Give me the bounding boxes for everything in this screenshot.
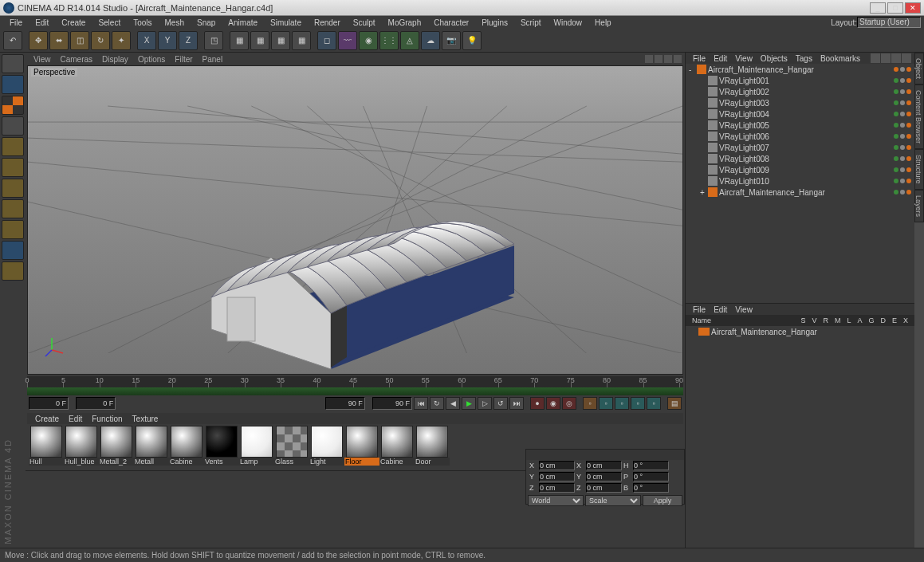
attrmenu-edit[interactable]: Edit (710, 305, 731, 314)
next-frame-button[interactable]: ▷ (478, 397, 492, 410)
viewmenu-display[interactable]: Display (97, 55, 133, 64)
material-light[interactable]: Light (309, 426, 344, 467)
visibility-dot-icon[interactable] (894, 145, 898, 150)
objmenu-view[interactable]: View (731, 54, 757, 63)
view-icon[interactable] (902, 53, 911, 63)
visibility-dot-icon[interactable] (894, 123, 898, 128)
eye-icon[interactable] (891, 53, 901, 63)
attrmenu-file[interactable]: File (689, 305, 710, 314)
visibility-dot-icon[interactable] (894, 156, 898, 161)
make-editable-button[interactable] (2, 54, 24, 73)
coord-system-button[interactable]: ◳ (204, 31, 223, 50)
object-row[interactable]: VRayLight002 (686, 86, 914, 97)
home-icon[interactable] (881, 53, 891, 63)
coord-pos-field[interactable] (539, 483, 575, 493)
object-row[interactable]: VRayLight003 (686, 97, 914, 108)
spline-button[interactable]: 〰 (338, 31, 357, 50)
render-dot-icon[interactable] (900, 167, 905, 172)
menu-snap[interactable]: Snap (191, 18, 222, 27)
coord-space-select[interactable]: World (528, 495, 584, 506)
material-metall[interactable]: Metall (134, 426, 169, 467)
tag-dot-icon[interactable] (906, 112, 911, 116)
menu-select[interactable]: Select (92, 18, 127, 27)
render-dot-icon[interactable] (900, 67, 905, 72)
material-lamp[interactable]: Lamp (239, 426, 274, 467)
prev-key-button[interactable]: ↻ (430, 397, 444, 410)
object-row[interactable]: -Aircraft_Maintenance_Hangar (686, 64, 914, 75)
keyframe-sel-button[interactable]: ◎ (562, 397, 576, 410)
object-row[interactable]: VRayLight009 (686, 164, 914, 175)
pos-key-button[interactable]: ▫ (583, 397, 597, 410)
matmenu-edit[interactable]: Edit (64, 415, 87, 423)
coord-pos-field[interactable] (539, 472, 575, 481)
end-frame-field[interactable]: 90 F (372, 397, 412, 410)
nav4-icon[interactable] (674, 55, 682, 63)
array-button[interactable]: ⋮⋮ (379, 31, 399, 50)
nav1-icon[interactable] (645, 55, 653, 63)
tag-dot-icon[interactable] (906, 190, 911, 195)
matmenu-texture[interactable]: Texture (128, 415, 163, 423)
render-dot-icon[interactable] (900, 123, 905, 128)
menu-plugins[interactable]: Plugins (475, 18, 514, 27)
workplane-mode-button[interactable] (2, 116, 24, 136)
coord-size-field[interactable] (586, 461, 622, 470)
coord-grip[interactable] (526, 450, 684, 460)
coord-mode-select[interactable]: Scale (585, 495, 641, 506)
object-row[interactable]: VRayLight004 (686, 108, 914, 120)
record-button[interactable]: ● (530, 397, 545, 410)
tag-dot-icon[interactable] (906, 67, 911, 72)
render-dot-icon[interactable] (900, 134, 905, 139)
menu-mograph[interactable]: MoGraph (382, 18, 428, 27)
maximize-button[interactable]: □ (887, 2, 903, 14)
x-axis-lock[interactable]: X (137, 31, 156, 50)
close-button[interactable]: ✕ (905, 2, 921, 14)
goto-start-button[interactable]: ⏮ (414, 397, 428, 410)
menu-script[interactable]: Script (514, 18, 548, 27)
render-dot-icon[interactable] (900, 190, 905, 195)
tag-dot-icon[interactable] (906, 179, 911, 183)
play-button[interactable]: ▶ (462, 397, 476, 410)
tag-dot-icon[interactable] (906, 123, 911, 128)
object-row[interactable]: VRayLight010 (686, 175, 914, 187)
viewmenu-panel[interactable]: Panel (198, 55, 228, 64)
layer-row[interactable]: Aircraft_Maintenance_Hangar (686, 326, 914, 337)
coord-size-field[interactable] (586, 483, 622, 493)
point-mode-button[interactable] (2, 137, 24, 156)
tab-object[interactable]: Object (914, 53, 924, 84)
menu-edit[interactable]: Edit (29, 18, 55, 27)
render-dot-icon[interactable] (900, 100, 905, 105)
lock-button[interactable] (2, 261, 24, 281)
objmenu-tags[interactable]: Tags (792, 54, 816, 63)
visibility-dot-icon[interactable] (894, 78, 898, 83)
scale-tool[interactable]: ◫ (70, 31, 89, 50)
environment-button[interactable]: ☁ (421, 31, 440, 50)
tag-dot-icon[interactable] (906, 134, 911, 139)
rot-key-button[interactable]: ▫ (615, 397, 629, 410)
coord-apply-button[interactable]: Apply (643, 495, 682, 506)
param-key-button[interactable]: ▫ (631, 397, 645, 410)
viewmenu-cameras[interactable]: Cameras (56, 55, 98, 64)
material-floor[interactable]: Floor (344, 426, 379, 467)
material-glass[interactable]: Glass (274, 426, 309, 467)
matmenu-function[interactable]: Function (87, 415, 127, 423)
material-door[interactable]: Door (415, 426, 450, 467)
visibility-dot-icon[interactable] (894, 100, 898, 105)
menu-sculpt[interactable]: Sculpt (347, 18, 382, 27)
goto-end-button[interactable]: ⏭ (509, 397, 524, 410)
matmenu-create[interactable]: Create (30, 415, 64, 423)
start-frame-field[interactable]: 0 F (29, 397, 69, 410)
menu-simulate[interactable]: Simulate (264, 18, 308, 27)
minimize-button[interactable]: _ (870, 2, 886, 14)
visibility-dot-icon[interactable] (894, 67, 898, 72)
render-dot-icon[interactable] (900, 112, 905, 116)
timeline-ruler[interactable]: 051015202530354045505560657075808590 (27, 376, 683, 387)
tag-dot-icon[interactable] (906, 100, 911, 105)
layer-color-swatch[interactable] (698, 328, 710, 336)
prev-frame-button[interactable]: ◀ (446, 397, 460, 410)
camera-button[interactable]: 📷 (442, 31, 461, 50)
viewport[interactable]: Perspective (27, 65, 683, 375)
material-metall_2[interactable]: Metall_2 (99, 426, 134, 467)
tag-dot-icon[interactable] (906, 167, 911, 172)
render-dot-icon[interactable] (900, 179, 905, 183)
material-hull_blue[interactable]: Hull_blue (64, 426, 99, 467)
